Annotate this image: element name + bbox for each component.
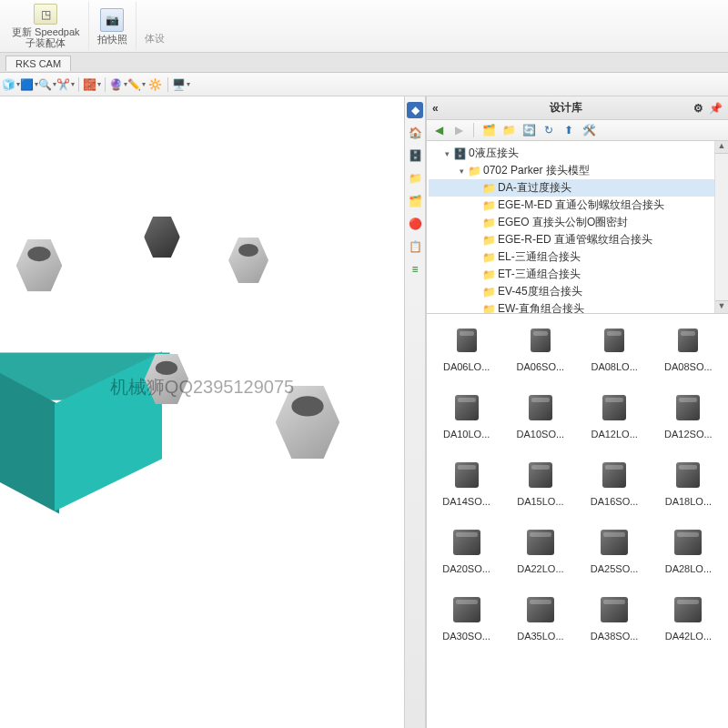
tab-appearances-icon[interactable]: 🔴: [407, 216, 423, 232]
add-location-icon[interactable]: 🗂️: [481, 123, 496, 137]
separator: [473, 123, 474, 137]
library-item[interactable]: DA08LO...: [581, 321, 649, 372]
up-icon[interactable]: ⬆: [561, 123, 576, 137]
update-speedpak-button[interactable]: ◳ 更新 Speedpak 子装配体: [4, 2, 89, 50]
gear-icon[interactable]: ⚙: [693, 102, 703, 115]
model-tee-fitting: [10, 229, 68, 292]
library-item[interactable]: DA12SO...: [654, 389, 723, 440]
library-item-label: DA10LO...: [443, 429, 490, 440]
library-item-label: DA20SO...: [442, 563, 490, 574]
part-thumb-icon: [446, 591, 488, 629]
library-item[interactable]: DA22LO...: [506, 523, 574, 574]
library-item[interactable]: DA42LO...: [654, 591, 723, 642]
library-item-label: DA14SO...: [442, 496, 490, 507]
tree-sub1[interactable]: ▾📁0702 Parker 接头模型: [429, 162, 726, 179]
tree-root[interactable]: ▾🗄️0液压接头: [429, 145, 726, 162]
library-item-label: DA38SO...: [591, 631, 639, 642]
config-icon[interactable]: 🛠️: [581, 123, 596, 137]
tree-item[interactable]: 📁EV-45度组合接头: [429, 283, 726, 300]
tab-solidworks-resources-icon[interactable]: ◆: [407, 102, 423, 118]
part-thumb-icon: [520, 591, 561, 629]
tab-home-icon[interactable]: 🏠: [407, 125, 423, 141]
model-hex-center: [138, 344, 195, 404]
library-item[interactable]: DA16SO...: [581, 456, 649, 507]
ribbon: ◳ 更新 Speedpak 子装配体 📷 拍快照 体设: [0, 0, 728, 53]
library-thumbnails[interactable]: DA06LO...DA06SO...DA08LO...DA08SO...DA10…: [427, 314, 728, 728]
tree-scrollbar[interactable]: ▲▼: [714, 141, 728, 313]
zoom-icon[interactable]: 🔍: [40, 77, 55, 92]
part-thumb-icon: [593, 389, 635, 427]
model-hex-top: [223, 228, 274, 283]
screen-icon[interactable]: 🖥️: [174, 77, 188, 92]
part-thumb-icon: [593, 523, 635, 561]
assembly-icon[interactable]: 🟦: [22, 77, 36, 92]
library-item-label: DA08LO...: [591, 361, 637, 372]
library-item-label: DA28LO...: [665, 563, 712, 574]
library-tree[interactable]: ▾🗄️0液压接头 ▾📁0702 Parker 接头模型 📁DA-直过度接头📁EG…: [427, 141, 728, 314]
render-icon[interactable]: 🔆: [147, 77, 162, 92]
part-icon[interactable]: 🧊: [4, 77, 18, 92]
tab-cam[interactable]: RKS CAM: [5, 56, 71, 71]
tree-item[interactable]: 📁DA-直过度接头: [429, 179, 726, 197]
speedpak-label: 更新 Speedpak 子装配体: [12, 26, 80, 48]
library-item[interactable]: DA20SO...: [432, 523, 500, 574]
tree-item[interactable]: 📁EGE-M-ED 直通公制螺纹组合接头: [429, 197, 726, 214]
library-item[interactable]: DA10LO...: [432, 389, 500, 440]
snapshot-button[interactable]: 📷 拍快照: [89, 2, 136, 50]
part-thumb-icon: [667, 389, 709, 427]
appearance-icon[interactable]: 🔮: [111, 77, 126, 92]
part-thumb-icon: [593, 321, 635, 359]
command-tab-bar: RKS CAM: [0, 53, 728, 73]
library-item-label: DA15LO...: [517, 496, 563, 507]
tree-item[interactable]: 📁EW-直角组合接头: [429, 300, 726, 314]
reload-icon[interactable]: 🔄: [521, 123, 536, 137]
part-thumb-icon: [667, 523, 709, 561]
library-item[interactable]: DA35LO...: [506, 591, 574, 642]
library-item[interactable]: DA12LO...: [581, 389, 649, 440]
library-item-label: DA16SO...: [591, 496, 639, 507]
part-thumb-icon: [520, 321, 561, 359]
graphics-viewport[interactable]: 机械狮QQ2395129075: [0, 96, 404, 728]
forward-icon[interactable]: ▶: [451, 123, 466, 137]
library-item[interactable]: DA25SO...: [581, 523, 649, 574]
part-thumb-icon: [446, 456, 488, 494]
library-item[interactable]: DA30SO...: [432, 591, 500, 642]
library-item[interactable]: DA18LO...: [654, 456, 723, 507]
part-thumb-icon: [667, 321, 709, 359]
part-thumb-icon: [520, 456, 561, 494]
library-item-label: DA06SO...: [517, 361, 565, 372]
edit-icon[interactable]: ✏️: [129, 77, 144, 92]
tab-view-palette-icon[interactable]: 🗂️: [407, 193, 423, 209]
library-item-label: DA35LO...: [517, 631, 563, 642]
library-item[interactable]: DA06LO...: [432, 321, 500, 372]
section-icon[interactable]: ✂️: [58, 77, 73, 92]
design-library-panel: « 设计库 ⚙ 📌 ◀ ▶ 🗂️ 📁 🔄 ↻ ⬆ 🛠️ ▾🗄️0液压接头 ▾📁0…: [426, 96, 728, 728]
library-item[interactable]: DA15LO...: [506, 456, 574, 507]
trailing-button[interactable]: 体设: [136, 2, 173, 50]
tree-item[interactable]: 📁EGE-R-ED 直通管螺纹组合接头: [429, 231, 726, 248]
refresh-icon[interactable]: ↻: [541, 123, 556, 137]
tree-item[interactable]: 📁ET-三通组合接头: [429, 266, 726, 283]
model-nut-dark: [139, 208, 185, 258]
library-item[interactable]: DA38SO...: [581, 591, 649, 642]
library-item-label: DA12LO...: [591, 429, 637, 440]
tree-item[interactable]: 📁EGEO 直接头公制O圈密封: [429, 214, 726, 231]
part-thumb-icon: [593, 456, 635, 494]
collapse-icon[interactable]: «: [432, 102, 439, 115]
library-item[interactable]: DA14SO...: [432, 456, 500, 507]
tree-item[interactable]: 📁EL-三通组合接头: [429, 248, 726, 266]
display-style-icon[interactable]: 🧱: [85, 77, 99, 92]
library-item[interactable]: DA06SO...: [506, 321, 574, 372]
back-icon[interactable]: ◀: [431, 123, 446, 137]
tab-file-explorer-icon[interactable]: 📁: [407, 170, 423, 187]
tab-design-library-icon[interactable]: 🗄️: [407, 147, 423, 164]
separator: [78, 77, 79, 92]
new-folder-icon[interactable]: 📁: [501, 123, 516, 137]
library-item[interactable]: DA08SO...: [654, 321, 723, 372]
task-pane-tabs: ◆ 🏠 🗄️ 📁 🗂️ 🔴 📋 ≡: [404, 96, 426, 728]
library-item[interactable]: DA28LO...: [654, 523, 723, 574]
pin-icon[interactable]: 📌: [709, 102, 723, 115]
tab-custom-props-icon[interactable]: 📋: [407, 238, 423, 255]
library-item[interactable]: DA10SO...: [506, 389, 574, 440]
tab-forum-icon[interactable]: ≡: [407, 261, 423, 278]
